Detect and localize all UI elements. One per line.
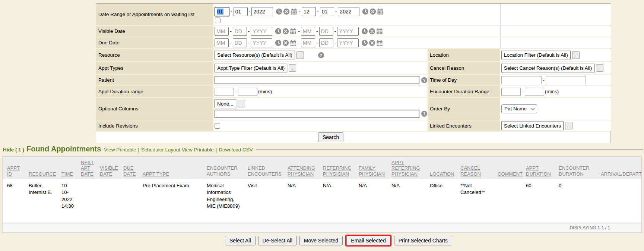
scheduler-layout-link[interactable]: Scheduler Layout View Printable: [141, 147, 214, 153]
search-button[interactable]: Search: [318, 132, 343, 142]
calendar-icon[interactable]: [376, 40, 383, 46]
deselect-all-button[interactable]: De-Select All: [258, 236, 297, 245]
form-row-due-date: Due Date - - - - -: [96, 37, 610, 49]
col-encounter-duration: ENCOUNTER DURATION: [554, 157, 596, 179]
patient-help-icon[interactable]: ?: [421, 77, 427, 83]
cancel-reason-more-button[interactable]: ...: [596, 64, 603, 72]
clock-icon[interactable]: [362, 8, 369, 15]
due-date-start-month-input[interactable]: [215, 38, 229, 47]
col-visible-date[interactable]: VISIBLE DATE: [95, 157, 119, 179]
found-appointments-legend: Hide ( 1 ) Found Appointments View Print…: [3, 145, 643, 153]
visible-date-start-day-input[interactable]: [233, 27, 247, 36]
date-range-start-year-input[interactable]: [251, 7, 273, 16]
col-next-apt-date[interactable]: NEXT APT DATE: [76, 157, 95, 179]
date-range-end-year-input[interactable]: [338, 7, 359, 16]
location-more-button[interactable]: ...: [572, 51, 580, 59]
legend-rule: [256, 149, 643, 150]
clear-icon[interactable]: [369, 40, 375, 46]
table-row[interactable]: 68 Butler, Internist E. 10-10-2022 14:30…: [3, 179, 641, 223]
visible-date-end-year-input[interactable]: [337, 27, 359, 36]
optional-columns-button[interactable]: None...: [215, 100, 236, 108]
linked-encounters-button[interactable]: Select Linked Encounters: [501, 122, 564, 130]
print-selected-charts-button[interactable]: Print Selected Charts: [394, 236, 452, 245]
clear-icon[interactable]: [369, 28, 375, 35]
clear-icon[interactable]: [282, 40, 289, 46]
order-by-select[interactable]: Pat Name: [501, 104, 537, 113]
due-date-end-year-input[interactable]: [337, 38, 359, 47]
include-revisions-checkbox[interactable]: [215, 123, 220, 129]
optional-columns-input[interactable]: [215, 110, 419, 118]
col-linked-encounters: LINKED ENCOUNTERS: [243, 157, 283, 179]
form-row-revisions-linked: Include Revisions Linked Encounters Sele…: [96, 120, 610, 132]
date-range-start-day-input[interactable]: [234, 7, 248, 16]
clock-icon[interactable]: [275, 40, 282, 46]
col-resource[interactable]: RESOURCE: [24, 157, 57, 179]
col-appt-referring-physician[interactable]: APPT REFERRING PHYSICIAN: [387, 157, 425, 179]
calendar-icon[interactable]: [291, 8, 297, 15]
col-family-physician[interactable]: FAMILY PHYSICIAN: [354, 157, 387, 179]
select-all-button[interactable]: Select All: [225, 236, 256, 245]
col-appt-id[interactable]: APPT ID: [3, 157, 24, 179]
hide-link[interactable]: Hide ( 1 ): [3, 147, 24, 153]
cancel-reason-filter-button[interactable]: Select Cancel Reason(s) (Default is All): [501, 64, 594, 72]
download-csv-link[interactable]: Download CSV: [219, 147, 253, 153]
clock-icon[interactable]: [276, 8, 282, 15]
clock-icon[interactable]: [361, 40, 368, 46]
clear-icon[interactable]: [282, 28, 289, 35]
linked-encounters-more-button[interactable]: ...: [565, 122, 572, 129]
appt-type-filter-button[interactable]: Appt Type Filter (Default is All): [215, 64, 287, 72]
date-range-end-day-input[interactable]: [320, 7, 334, 16]
cell-family-physician: N/A: [354, 179, 387, 223]
calendar-icon[interactable]: [376, 28, 383, 35]
due-date-end-day-input[interactable]: [319, 38, 333, 47]
time-of-day-from-input[interactable]: [501, 76, 542, 84]
resource-more-button[interactable]: ...: [296, 51, 304, 59]
appt-type-more-button[interactable]: ...: [289, 64, 296, 72]
appt-duration-label: Appt Duration range: [96, 86, 213, 97]
col-time[interactable]: TIME: [57, 157, 76, 179]
due-date-end-month-input[interactable]: [301, 38, 315, 47]
resource-help-icon[interactable]: ?: [318, 52, 324, 58]
calendar-icon[interactable]: [377, 8, 384, 15]
col-attending-physician[interactable]: ATTENDING PHYSICIAN: [283, 157, 318, 179]
email-selected-button[interactable]: Email Selected: [346, 236, 390, 245]
encounter-duration-to-input[interactable]: [525, 88, 544, 96]
date-range-field: 01 - - - - -: [213, 4, 500, 25]
col-encounter-authors: ENCOUNTER AUTHORS: [202, 157, 243, 179]
col-appt-duration[interactable]: APPT DURATION: [521, 157, 554, 179]
col-due-date[interactable]: DUE DATE: [119, 157, 138, 179]
clock-icon[interactable]: [361, 28, 368, 35]
waiting-list-checkbox[interactable]: [215, 18, 221, 23]
visible-date-start-year-input[interactable]: [251, 27, 272, 36]
col-cancel-reason[interactable]: CANCEL REASON: [456, 157, 493, 179]
visible-date-end-day-input[interactable]: [319, 27, 333, 36]
calendar-icon[interactable]: [290, 28, 296, 35]
clear-icon[interactable]: [369, 8, 376, 15]
due-date-start-year-input[interactable]: [251, 38, 272, 47]
visible-date-start-month-input[interactable]: [215, 27, 229, 36]
cancel-reason-label: Cancel Reason: [428, 62, 500, 74]
visible-date-end-month-input[interactable]: [301, 27, 315, 36]
location-filter-button[interactable]: Location Filter (Default is All): [501, 51, 571, 59]
col-location[interactable]: LOCATION: [425, 157, 456, 179]
optional-columns-help-icon[interactable]: ?: [421, 111, 427, 117]
appt-duration-from-input[interactable]: [215, 88, 234, 96]
row-spacer: [500, 26, 611, 37]
appt-duration-to-input[interactable]: [238, 88, 257, 96]
optional-columns-more-button[interactable]: ...: [238, 100, 245, 107]
patient-input[interactable]: [215, 76, 419, 84]
clear-icon[interactable]: [283, 8, 290, 15]
clock-icon[interactable]: [275, 28, 282, 35]
resource-filter-button[interactable]: Select Resource(s) (Default is All): [215, 51, 295, 59]
view-printable-link[interactable]: View Printable: [104, 147, 136, 153]
col-referring-physician[interactable]: REFERRING PHYSICIAN: [318, 157, 354, 179]
time-of-day-to-input[interactable]: [546, 76, 586, 84]
col-appt-type[interactable]: APPT TYPE: [138, 157, 202, 179]
date-range-end-month-input[interactable]: [302, 7, 316, 16]
date-range-start-month-input[interactable]: 01: [215, 7, 229, 16]
due-date-start-day-input[interactable]: [233, 38, 247, 47]
encounter-duration-from-input[interactable]: [501, 88, 521, 96]
move-selected-button[interactable]: Move Selected: [299, 236, 343, 245]
calendar-icon[interactable]: [290, 40, 296, 46]
col-comment[interactable]: COMMENT: [493, 157, 521, 179]
